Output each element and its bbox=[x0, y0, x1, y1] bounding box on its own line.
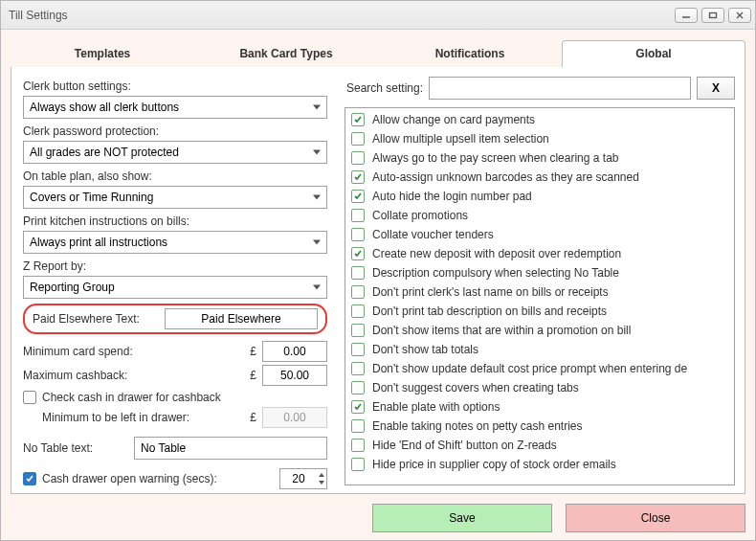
min-left-currency: £ bbox=[245, 411, 256, 424]
cash-drawer-row[interactable]: Cash drawer open warning (secs): bbox=[23, 468, 327, 489]
setting-checkbox[interactable] bbox=[351, 113, 365, 126]
window-title: Till Settings bbox=[9, 9, 671, 22]
svg-rect-1 bbox=[710, 12, 717, 17]
setting-label: Don't suggest covers when creating tabs bbox=[372, 379, 579, 396]
right-column: Search setting: X Allow change on card p… bbox=[339, 67, 745, 493]
setting-row[interactable]: Collate promotions bbox=[349, 206, 732, 225]
setting-label: Description compulsory when selecting No… bbox=[372, 264, 619, 282]
minimize-button[interactable] bbox=[675, 8, 698, 23]
setting-checkbox[interactable] bbox=[351, 439, 365, 452]
setting-row[interactable]: Collate voucher tenders bbox=[349, 225, 732, 244]
clerk-button-select[interactable] bbox=[23, 96, 327, 119]
no-table-input[interactable] bbox=[134, 437, 327, 460]
max-cashback-label: Maximum cashback: bbox=[23, 369, 239, 382]
setting-checkbox[interactable] bbox=[351, 228, 365, 241]
setting-label: Hide 'End of Shift' button on Z-reads bbox=[372, 437, 557, 454]
table-plan-select[interactable] bbox=[23, 186, 327, 209]
clerk-password-select[interactable] bbox=[23, 141, 327, 164]
zreport-select[interactable] bbox=[23, 276, 327, 299]
setting-checkbox[interactable] bbox=[351, 170, 365, 184]
content-area: Templates Bank Card Types Notifications … bbox=[1, 30, 755, 540]
min-left-row: Minimum to be left in drawer: £ bbox=[42, 407, 327, 428]
min-card-currency: £ bbox=[245, 345, 256, 358]
cash-drawer-checkbox[interactable] bbox=[23, 472, 36, 485]
search-input[interactable] bbox=[429, 77, 691, 100]
setting-row[interactable]: Auto-assign unknown barcodes as they are… bbox=[349, 168, 732, 187]
left-column: Clerk button settings: Clerk password pr… bbox=[11, 67, 339, 493]
setting-row[interactable]: Don't print tab description on bills and… bbox=[349, 302, 732, 321]
check-cash-checkbox[interactable] bbox=[23, 391, 36, 404]
search-label: Search setting: bbox=[346, 81, 423, 95]
setting-checkbox[interactable] bbox=[351, 419, 365, 433]
setting-label: Don't show items that are within a promo… bbox=[372, 322, 631, 339]
setting-row[interactable]: Auto hide the login number pad bbox=[349, 187, 732, 206]
check-cash-row[interactable]: Check cash in drawer for cashback bbox=[23, 391, 327, 404]
save-button[interactable]: Save bbox=[372, 504, 552, 532]
setting-row[interactable]: Always go to the pay screen when clearin… bbox=[349, 148, 732, 168]
setting-checkbox[interactable] bbox=[351, 304, 365, 318]
settings-list[interactable]: Allow change on card paymentsAllow multi… bbox=[345, 107, 735, 485]
setting-label: Don't print clerk's last name on bills o… bbox=[372, 283, 609, 301]
tab-templates[interactable]: Templates bbox=[11, 40, 194, 67]
clerk-button-label: Clerk button settings: bbox=[23, 79, 327, 93]
setting-row[interactable]: Don't show items that are within a promo… bbox=[349, 321, 732, 340]
paid-elsewhere-input[interactable] bbox=[165, 308, 318, 329]
setting-checkbox[interactable] bbox=[351, 458, 365, 471]
no-table-label: No Table text: bbox=[23, 441, 128, 455]
setting-label: Always go to the pay screen when clearin… bbox=[372, 149, 618, 167]
setting-checkbox[interactable] bbox=[351, 381, 365, 394]
kitchen-label: Print kitchen instructions on bills: bbox=[23, 214, 327, 228]
setting-row[interactable]: Hide 'End of Shift' button on Z-reads bbox=[349, 436, 732, 455]
setting-row[interactable]: Hide price in supplier copy of stock ord… bbox=[349, 455, 732, 474]
tab-notifications[interactable]: Notifications bbox=[378, 40, 562, 67]
setting-row[interactable]: Don't show update default cost price pro… bbox=[349, 359, 732, 378]
max-cashback-input[interactable] bbox=[262, 365, 327, 386]
close-window-button[interactable] bbox=[728, 8, 751, 23]
setting-label: Allow multiple upsell item selection bbox=[372, 130, 549, 147]
search-bar: Search setting: X bbox=[339, 75, 735, 107]
setting-checkbox[interactable] bbox=[351, 400, 365, 414]
titlebar: Till Settings bbox=[1, 1, 755, 30]
setting-checkbox[interactable] bbox=[351, 285, 365, 299]
setting-row[interactable]: Don't print clerk's last name on bills o… bbox=[349, 282, 732, 302]
setting-row[interactable]: Don't suggest covers when creating tabs bbox=[349, 378, 732, 397]
tabstrip: Templates Bank Card Types Notifications … bbox=[11, 39, 745, 67]
zreport-label: Z Report by: bbox=[23, 259, 327, 273]
setting-label: Auto-assign unknown barcodes as they are… bbox=[372, 169, 639, 186]
min-card-input[interactable] bbox=[262, 341, 327, 362]
setting-row[interactable]: Create new deposit with deposit over red… bbox=[349, 244, 732, 263]
tab-global[interactable]: Global bbox=[562, 40, 745, 67]
setting-row[interactable]: Don't show tab totals bbox=[349, 340, 732, 359]
min-card-row: Minimum card spend: £ bbox=[23, 341, 327, 362]
setting-checkbox[interactable] bbox=[351, 343, 365, 356]
search-clear-button[interactable]: X bbox=[697, 77, 735, 100]
paid-elsewhere-row: Paid Elsewhere Text: bbox=[23, 304, 327, 334]
setting-checkbox[interactable] bbox=[351, 209, 365, 222]
cash-drawer-seconds-input[interactable] bbox=[279, 468, 327, 489]
setting-row[interactable]: Description compulsory when selecting No… bbox=[349, 263, 732, 282]
setting-checkbox[interactable] bbox=[351, 151, 365, 165]
setting-checkbox[interactable] bbox=[351, 190, 365, 203]
setting-label: Enable taking notes on petty cash entrie… bbox=[372, 417, 582, 435]
setting-checkbox[interactable] bbox=[351, 247, 365, 260]
setting-row[interactable]: Enable taking notes on petty cash entrie… bbox=[349, 417, 732, 436]
setting-row[interactable]: Allow change on card payments bbox=[349, 110, 732, 129]
no-table-row: No Table text: bbox=[23, 437, 327, 460]
setting-label: Enable plate with options bbox=[372, 398, 500, 416]
close-button[interactable]: Close bbox=[566, 504, 745, 532]
table-plan-label: On table plan, also show: bbox=[23, 169, 327, 183]
clerk-password-label: Clerk password protection: bbox=[23, 124, 327, 138]
setting-checkbox[interactable] bbox=[351, 324, 365, 337]
setting-row[interactable]: Enable plate with options bbox=[349, 397, 732, 417]
max-cashback-currency: £ bbox=[245, 369, 256, 382]
tab-bank-card-types[interactable]: Bank Card Types bbox=[194, 40, 378, 67]
setting-checkbox[interactable] bbox=[351, 266, 365, 280]
setting-row[interactable]: Allow multiple upsell item selection bbox=[349, 129, 732, 148]
setting-checkbox[interactable] bbox=[351, 362, 365, 375]
maximize-button[interactable] bbox=[701, 8, 724, 23]
setting-checkbox[interactable] bbox=[351, 132, 365, 146]
kitchen-select[interactable] bbox=[23, 231, 327, 254]
setting-label: Create new deposit with deposit over red… bbox=[372, 245, 621, 262]
setting-label: Hide price in supplier copy of stock ord… bbox=[372, 456, 616, 473]
min-card-label: Minimum card spend: bbox=[23, 345, 239, 358]
